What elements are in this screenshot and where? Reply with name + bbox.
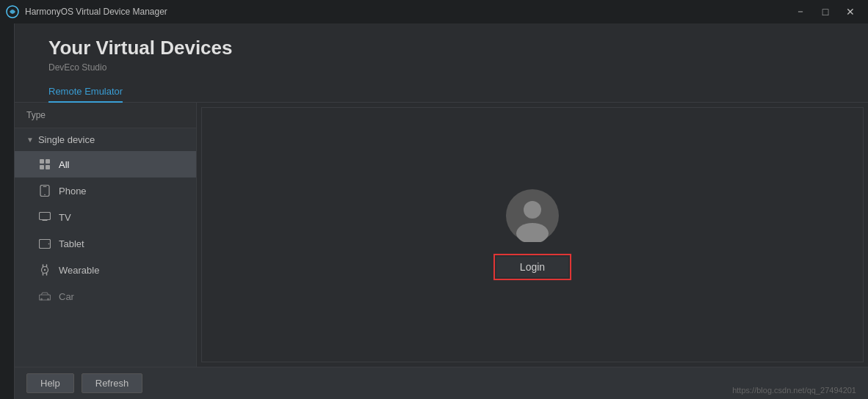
- tab-bar: Remote Emulator: [15, 81, 868, 103]
- chevron-down-icon: ▼: [26, 136, 34, 144]
- harmonyos-icon: [6, 5, 19, 18]
- help-button[interactable]: Help: [26, 373, 74, 393]
- footer-link: https://blog.csdn.net/qq_27494201: [732, 386, 856, 395]
- type-item-wearable-label: Wearable: [59, 265, 99, 276]
- svg-point-21: [47, 299, 49, 301]
- wearable-icon: [38, 263, 51, 277]
- type-item-phone-label: Phone: [59, 186, 87, 197]
- svg-point-18: [44, 269, 46, 271]
- type-item-tablet[interactable]: Tablet: [15, 230, 196, 257]
- type-item-tablet-label: Tablet: [59, 238, 84, 249]
- type-panel-header: Type: [15, 103, 196, 128]
- car-icon: [38, 290, 51, 303]
- page-subtitle: DevEco Studio: [48, 62, 834, 73]
- login-section: Login: [493, 189, 571, 280]
- refresh-button[interactable]: Refresh: [82, 373, 143, 393]
- page-title: Your Virtual Devices: [48, 37, 834, 59]
- maximize-button[interactable]: □: [814, 2, 837, 21]
- phone-icon: [38, 184, 51, 197]
- tab-remote-emulator[interactable]: Remote Emulator: [48, 81, 123, 103]
- close-button[interactable]: ✕: [839, 2, 862, 21]
- svg-rect-2: [46, 159, 50, 164]
- login-button-wrapper: Login: [493, 254, 571, 280]
- header: Your Virtual Devices DevEco Studio: [15, 23, 868, 81]
- type-item-phone[interactable]: Phone: [15, 177, 196, 204]
- svg-rect-1: [40, 159, 44, 164]
- device-display-area: Login: [201, 107, 864, 362]
- svg-point-6: [44, 194, 46, 196]
- minimize-button[interactable]: －: [789, 2, 812, 21]
- svg-point-20: [40, 299, 43, 301]
- type-panel: Type ▼ Single device: [15, 103, 197, 367]
- type-list: ▼ Single device All: [15, 128, 196, 367]
- tv-icon: [38, 211, 51, 224]
- ide-sidebar: [0, 23, 15, 399]
- all-icon: [38, 158, 51, 171]
- type-item-tv[interactable]: TV: [15, 204, 196, 230]
- svg-point-23: [524, 201, 541, 219]
- app-title: HarmonyOS Virtual Device Manager: [25, 7, 167, 17]
- type-item-car[interactable]: Car: [15, 283, 196, 310]
- svg-rect-4: [46, 165, 50, 169]
- type-item-all-label: All: [59, 159, 69, 170]
- svg-point-12: [48, 243, 50, 244]
- body-area: Type ▼ Single device: [15, 103, 868, 367]
- type-item-all[interactable]: All: [15, 151, 196, 177]
- type-group-single-device[interactable]: ▼ Single device: [15, 128, 196, 151]
- type-item-car-label: Car: [59, 291, 74, 302]
- title-bar-left: HarmonyOS Virtual Device Manager: [6, 5, 167, 18]
- type-item-wearable[interactable]: Wearable: [15, 257, 196, 283]
- window-controls: － □ ✕: [789, 2, 862, 21]
- title-bar: HarmonyOS Virtual Device Manager － □ ✕: [0, 0, 868, 23]
- tablet-icon: [38, 237, 51, 250]
- svg-rect-3: [40, 165, 44, 169]
- type-item-tv-label: TV: [59, 212, 71, 223]
- group-label: Single device: [38, 134, 95, 145]
- main-content: Your Virtual Devices DevEco Studio Remot…: [15, 23, 868, 399]
- login-button[interactable]: Login: [496, 257, 568, 277]
- avatar-icon: [506, 189, 559, 242]
- svg-rect-8: [40, 213, 51, 220]
